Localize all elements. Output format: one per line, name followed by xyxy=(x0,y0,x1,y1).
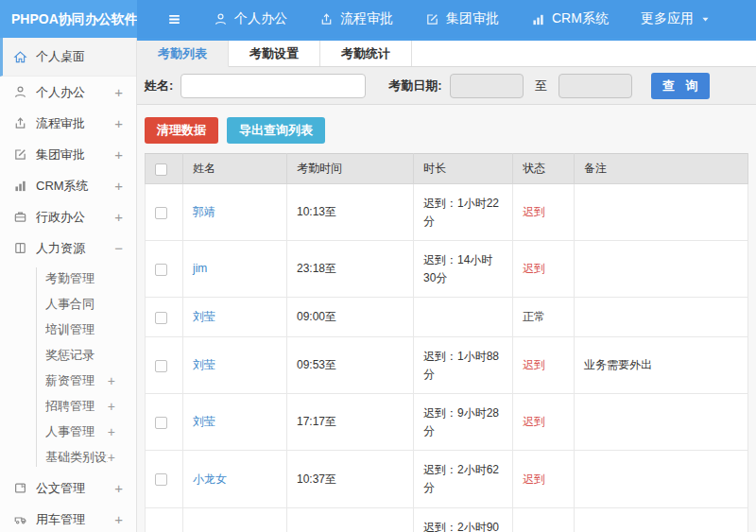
date-to-input[interactable] xyxy=(558,74,632,98)
expand-plus-icon[interactable]: + xyxy=(111,146,123,163)
employee-name-link[interactable]: 刘莹 xyxy=(193,310,215,323)
expand-plus-icon[interactable]: + xyxy=(111,84,123,100)
sidebar-subitem-培训管理[interactable]: 培训管理 xyxy=(0,317,136,342)
row-checkbox[interactable] xyxy=(155,264,167,276)
status-badge: 迟到 xyxy=(513,451,575,507)
late-duration: 迟到：9小时28分 xyxy=(423,404,503,439)
table-row: 刘莹09:00至正常 xyxy=(146,298,748,337)
expand-plus-icon[interactable]: + xyxy=(108,450,115,465)
row-checkbox[interactable] xyxy=(155,360,167,372)
duration-cell: 迟到：2小时62分 xyxy=(414,451,513,507)
menu-icon xyxy=(166,10,182,26)
filter-form: 姓名: 考勤日期: 至 查 询 xyxy=(137,67,756,105)
topnav-item-流程审批[interactable]: 流程审批 xyxy=(303,0,409,38)
sidebar-item-用车管理[interactable]: 用车管理+ xyxy=(0,504,136,532)
attendance-time-cell: 09:53至 xyxy=(287,336,414,393)
row-select-cell xyxy=(146,336,183,393)
sidebar-item-CRM系统[interactable]: CRM系统+ xyxy=(0,170,136,201)
sidebar-item-label: 人力资源 xyxy=(36,240,111,257)
home-icon xyxy=(13,50,27,64)
search-button[interactable]: 查 询 xyxy=(651,73,710,99)
date-label: 考勤日期: xyxy=(388,77,441,94)
sidebar-subitem-label: 薪资管理 xyxy=(45,372,108,389)
tab-考勤列表[interactable]: 考勤列表 xyxy=(137,41,229,67)
name-input[interactable] xyxy=(180,74,366,98)
employee-name-link[interactable]: 小龙女 xyxy=(193,472,227,486)
note-cell: 业务需要外出 xyxy=(575,336,748,393)
sidebar-submenu: 考勤管理人事合同培训管理奖惩记录薪资管理+招聘管理+人事管理+基础类别设置+ xyxy=(0,264,136,472)
user-icon xyxy=(214,12,228,26)
sidebar-subitem-奖惩记录[interactable]: 奖惩记录 xyxy=(0,342,136,368)
late-duration: 迟到：2小时90分 xyxy=(423,519,503,532)
sidebar-item-流程审批[interactable]: 流程审批+ xyxy=(0,108,136,139)
employee-name-link[interactable]: jim xyxy=(193,262,207,275)
sidebar-toggle-button[interactable] xyxy=(150,0,198,38)
expand-plus-icon[interactable]: + xyxy=(111,115,123,131)
row-checkbox[interactable] xyxy=(155,417,167,429)
attendance-table-wrap: 姓名考勤时间时长状态备注 郭靖10:13至迟到：1小时22分迟到jim23:18… xyxy=(137,153,756,532)
row-checkbox[interactable] xyxy=(155,312,167,324)
sidebar-subitem-label: 培训管理 xyxy=(45,321,115,338)
sidebar-subitem-考勤管理[interactable]: 考勤管理 xyxy=(0,266,136,291)
date-from-input[interactable] xyxy=(450,74,524,98)
sidebar-item-人力资源[interactable]: 人力资源− xyxy=(0,232,136,264)
attendance-time-cell: 17:17至 xyxy=(287,394,414,451)
topnav-item-label: 更多应用 xyxy=(641,10,694,27)
expand-plus-icon[interactable]: + xyxy=(111,178,123,194)
expand-plus-icon[interactable]: + xyxy=(111,511,123,527)
row-checkbox[interactable] xyxy=(155,207,167,219)
duration-cell xyxy=(414,298,513,337)
sidebar-subitem-薪资管理[interactable]: 薪资管理+ xyxy=(0,368,136,393)
collapse-minus-icon[interactable]: − xyxy=(111,240,123,256)
export-list-button[interactable]: 导出查询列表 xyxy=(227,117,325,144)
sidebar-subitem-人事管理[interactable]: 人事管理+ xyxy=(0,419,136,444)
expand-plus-icon[interactable]: + xyxy=(111,480,123,496)
row-checkbox[interactable] xyxy=(155,473,167,486)
employee-name-link[interactable]: 郭靖 xyxy=(193,205,215,218)
sidebar-subitem-label: 基础类别设置 xyxy=(45,449,108,466)
duration-cell: 迟到：1小时88分 xyxy=(414,336,513,393)
sidebar-item-集团审批[interactable]: 集团审批+ xyxy=(0,139,136,170)
late-duration: 迟到：2小时62分 xyxy=(423,461,503,496)
employee-name-link[interactable]: 刘莹 xyxy=(193,358,215,371)
topnav-item-集团审批[interactable]: 集团审批 xyxy=(409,0,515,38)
sidebar-item-label: 公文管理 xyxy=(36,480,111,497)
expand-plus-icon[interactable]: + xyxy=(111,209,123,225)
row-select-cell xyxy=(146,507,183,532)
table-row: 刘莹17:17至迟到：9小时28分迟到 xyxy=(146,394,748,451)
sidebar-subitem-招聘管理[interactable]: 招聘管理+ xyxy=(0,393,136,419)
name-cell: jim xyxy=(183,241,287,298)
car-icon xyxy=(13,512,27,526)
topnav-item-CRM系统[interactable]: CRM系统 xyxy=(515,0,625,38)
sidebar-item-个人办公[interactable]: 个人办公+ xyxy=(0,77,136,108)
edit-icon xyxy=(425,12,439,26)
topnav-item-个人办公[interactable]: 个人办公 xyxy=(198,0,303,38)
expand-plus-icon[interactable]: + xyxy=(108,373,115,388)
sidebar-item-label: 个人桌面 xyxy=(36,48,123,65)
attendance-time-cell: 23:18至 xyxy=(287,241,414,298)
expand-plus-icon[interactable]: + xyxy=(108,399,115,414)
tab-考勤统计[interactable]: 考勤统计 xyxy=(320,41,412,66)
select-all-checkbox[interactable] xyxy=(155,163,167,176)
tab-考勤设置[interactable]: 考勤设置 xyxy=(229,41,320,66)
expand-plus-icon[interactable]: + xyxy=(108,424,115,439)
name-cell: 小龙女 xyxy=(183,451,287,507)
status-badge: 正常 xyxy=(513,298,575,337)
table-row: jim23:18至迟到：14小时30分迟到 xyxy=(146,241,748,298)
sidebar-item-行政办公[interactable]: 行政办公+ xyxy=(0,201,136,232)
sidebar-subitem-人事合同[interactable]: 人事合同 xyxy=(0,291,136,317)
column-header-考勤时间: 考勤时间 xyxy=(287,154,414,184)
employee-name-link[interactable]: 刘莹 xyxy=(193,415,215,428)
clear-data-button[interactable]: 清理数据 xyxy=(145,117,218,144)
doc-icon xyxy=(13,481,27,495)
sidebar-item-label: 个人办公 xyxy=(36,84,111,101)
duration-cell: 迟到：2小时90分早退：7小时10分 xyxy=(414,507,513,532)
late-duration: 迟到：14小时30分 xyxy=(423,251,503,286)
column-header-时长: 时长 xyxy=(414,154,513,184)
sidebar-subitem-label: 招聘管理 xyxy=(45,398,108,415)
name-cell: 郭靖 xyxy=(183,184,287,241)
sidebar-item-公文管理[interactable]: 公文管理+ xyxy=(0,472,136,504)
sidebar-item-个人桌面[interactable]: 个人桌面 xyxy=(0,38,136,77)
sidebar-subitem-基础类别设置[interactable]: 基础类别设置+ xyxy=(0,444,136,470)
topnav-item-更多应用[interactable]: 更多应用 xyxy=(625,0,727,38)
